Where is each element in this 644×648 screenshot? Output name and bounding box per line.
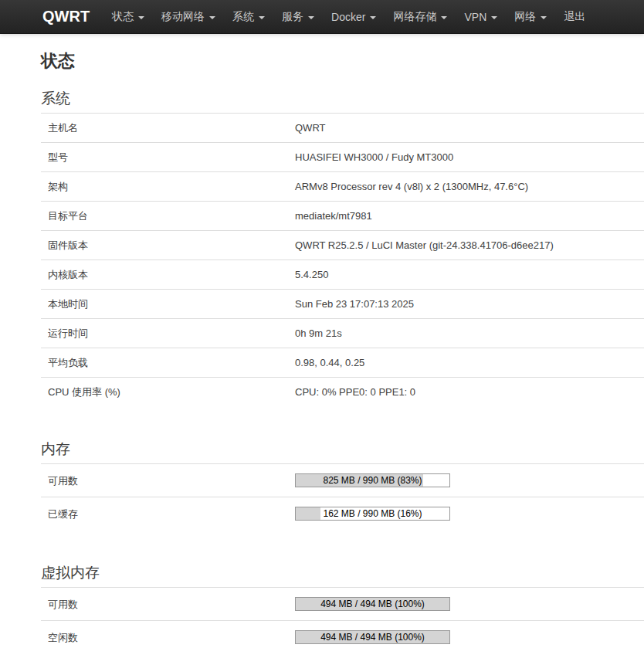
row-label: 本地时间 bbox=[41, 290, 288, 319]
memory-cached-progress-bar: 162 MB / 990 MB (16%) bbox=[295, 507, 450, 521]
chevron-down-icon bbox=[308, 16, 314, 19]
table-row: 可用数 494 MB / 494 MB (100%) bbox=[41, 588, 644, 621]
table-row: 可用数 825 MB / 990 MB (83%) bbox=[41, 464, 644, 497]
row-label: 型号 bbox=[41, 143, 288, 172]
row-label: 运行时间 bbox=[41, 319, 288, 348]
row-label: 可用数 bbox=[41, 464, 288, 497]
vmem-available-progress-bar: 494 MB / 494 MB (100%) bbox=[295, 597, 450, 611]
row-value: QWRT bbox=[288, 114, 644, 143]
row-value: 825 MB / 990 MB (83%) bbox=[288, 464, 644, 497]
table-row: 架构 ARMv8 Processor rev 4 (v8l) x 2 (1300… bbox=[41, 172, 644, 202]
nav-item-docker[interactable]: Docker bbox=[323, 0, 385, 33]
main-content: 状态 系统 主机名 QWRT 型号 HUASIFEI WH3000 / Fudy… bbox=[0, 51, 644, 648]
system-info-table: 主机名 QWRT 型号 HUASIFEI WH3000 / Fudy MT300… bbox=[41, 113, 644, 406]
nav-item-logout[interactable]: 退出 bbox=[555, 0, 594, 33]
nav-item-network[interactable]: 网络 bbox=[506, 0, 555, 33]
table-row: 目标平台 mediatek/mt7981 bbox=[41, 202, 644, 231]
row-label: 固件版本 bbox=[41, 231, 288, 260]
section-heading-virtual-memory: 虚拟内存 bbox=[41, 565, 644, 581]
nav-item-label: 网络存储 bbox=[393, 10, 436, 24]
chevron-down-icon bbox=[541, 16, 547, 19]
row-value: 494 MB / 494 MB (100%) bbox=[288, 621, 644, 648]
table-row: 平均负载 0.98, 0.44, 0.25 bbox=[41, 348, 644, 378]
row-value: ARMv8 Processor rev 4 (v8l) x 2 (1300MHz… bbox=[288, 172, 644, 202]
nav-item-label: 移动网络 bbox=[161, 10, 205, 24]
table-row: 空闲数 494 MB / 494 MB (100%) bbox=[41, 621, 644, 648]
row-label: 空闲数 bbox=[41, 621, 288, 648]
nav-item-status[interactable]: 状态 bbox=[103, 0, 153, 33]
table-row: 内核版本 5.4.250 bbox=[41, 260, 644, 290]
section-heading-memory: 内存 bbox=[41, 442, 644, 457]
row-value: mediatek/mt7981 bbox=[288, 202, 644, 231]
row-label: 目标平台 bbox=[41, 202, 288, 231]
progress-bar-text: 494 MB / 494 MB (100%) bbox=[296, 598, 449, 610]
nav-item-label: 系统 bbox=[232, 10, 254, 24]
nav-list: 状态 移动网络 系统 服务 Docker 网络存储 VPN 网络 bbox=[103, 0, 594, 33]
row-label: 主机名 bbox=[41, 114, 288, 143]
row-value: 162 MB / 990 MB (16%) bbox=[288, 497, 644, 531]
row-label: 平均负载 bbox=[41, 348, 288, 378]
chevron-down-icon bbox=[370, 16, 376, 19]
row-label: 已缓存 bbox=[41, 497, 288, 531]
chevron-down-icon bbox=[138, 16, 144, 19]
nav-item-label: VPN bbox=[464, 11, 486, 23]
row-label: 架构 bbox=[41, 172, 288, 202]
page-title: 状态 bbox=[41, 51, 644, 71]
row-value: QWRT R25.2.5 / LuCI Master (git-24.338.4… bbox=[288, 231, 644, 260]
table-row: CPU 使用率 (%) CPU: 0% PPE0: 0 PPE1: 0 bbox=[41, 378, 644, 407]
row-value: HUASIFEI WH3000 / Fudy MT3000 bbox=[288, 143, 644, 172]
row-label: 可用数 bbox=[41, 588, 288, 621]
vmem-free-progress-bar: 494 MB / 494 MB (100%) bbox=[295, 630, 450, 644]
nav-item-label: 退出 bbox=[564, 10, 585, 24]
brand-logo[interactable]: QWRT bbox=[42, 8, 90, 25]
memory-table: 可用数 825 MB / 990 MB (83%) 已缓存 162 MB / 9… bbox=[41, 463, 644, 530]
nav-item-vpn[interactable]: VPN bbox=[456, 0, 506, 33]
memory-free-progress-bar: 825 MB / 990 MB (83%) bbox=[295, 473, 450, 487]
navbar: QWRT 状态 移动网络 系统 服务 Docker 网络存储 VPN bbox=[0, 0, 644, 34]
table-row: 主机名 QWRT bbox=[41, 114, 644, 143]
row-value: 494 MB / 494 MB (100%) bbox=[288, 588, 644, 621]
nav-item-network-storage[interactable]: 网络存储 bbox=[385, 0, 456, 33]
row-label: CPU 使用率 (%) bbox=[41, 378, 288, 407]
chevron-down-icon bbox=[441, 16, 447, 19]
table-row: 运行时间 0h 9m 21s bbox=[41, 319, 644, 348]
table-row: 固件版本 QWRT R25.2.5 / LuCI Master (git-24.… bbox=[41, 231, 644, 260]
progress-bar-text: 825 MB / 990 MB (83%) bbox=[296, 474, 449, 487]
nav-item-label: 状态 bbox=[112, 10, 134, 24]
table-row: 型号 HUASIFEI WH3000 / Fudy MT3000 bbox=[41, 143, 644, 172]
row-value: Sun Feb 23 17:07:13 2025 bbox=[288, 290, 644, 319]
progress-bar-text: 162 MB / 990 MB (16%) bbox=[296, 507, 449, 520]
row-value: 0h 9m 21s bbox=[288, 319, 644, 348]
row-label: 内核版本 bbox=[41, 260, 288, 290]
table-row: 本地时间 Sun Feb 23 17:07:13 2025 bbox=[41, 290, 644, 319]
table-row: 已缓存 162 MB / 990 MB (16%) bbox=[41, 497, 644, 531]
row-value: CPU: 0% PPE0: 0 PPE1: 0 bbox=[288, 378, 644, 407]
section-heading-system: 系统 bbox=[41, 91, 644, 107]
progress-bar-text: 494 MB / 494 MB (100%) bbox=[296, 631, 449, 643]
nav-item-system[interactable]: 系统 bbox=[224, 0, 273, 33]
virtual-memory-table: 可用数 494 MB / 494 MB (100%) 空闲数 494 MB / … bbox=[41, 587, 644, 648]
chevron-down-icon bbox=[259, 16, 265, 19]
chevron-down-icon bbox=[491, 16, 497, 19]
nav-item-services[interactable]: 服务 bbox=[273, 0, 323, 33]
nav-item-label: 服务 bbox=[282, 10, 303, 24]
row-value: 0.98, 0.44, 0.25 bbox=[288, 348, 644, 378]
nav-item-label: 网络 bbox=[514, 10, 536, 24]
nav-item-label: Docker bbox=[331, 11, 365, 23]
nav-item-mobile-network[interactable]: 移动网络 bbox=[153, 0, 224, 33]
row-value: 5.4.250 bbox=[288, 260, 644, 290]
chevron-down-icon bbox=[209, 16, 215, 19]
